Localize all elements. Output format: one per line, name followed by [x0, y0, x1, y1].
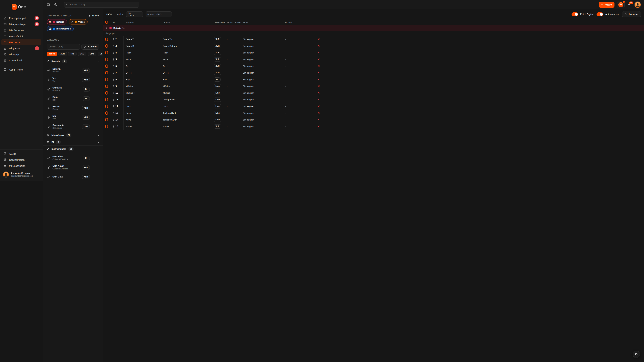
- row-fuente[interactable]: Rack: [124, 51, 161, 54]
- catalog-item-voz[interactable]: VozVozXLR: [43, 75, 103, 84]
- row-resp[interactable]: Sin asignar: [243, 112, 285, 114]
- catalog-item-md[interactable]: MDMDXLR: [43, 113, 103, 122]
- sidebar-item-mis-servicios[interactable]: Mis Servicios: [1, 27, 42, 33]
- row-fuente[interactable]: OH L: [124, 65, 161, 67]
- sidebar-item-configuraci-n[interactable]: Configuración: [1, 157, 42, 163]
- drag-handle-icon[interactable]: [112, 119, 114, 121]
- filter-chip-xlr[interactable]: XLR: [58, 52, 67, 56]
- delete-row-button[interactable]: ✕: [315, 38, 322, 41]
- drag-handle-icon[interactable]: [112, 45, 114, 47]
- connector-badge[interactable]: DI: [214, 77, 220, 82]
- catalog-item-bater-a[interactable]: BateríaBateríaXLR: [43, 66, 103, 75]
- row-patch-digital[interactable]: -: [227, 58, 243, 61]
- catalog-item-guit-ac-st[interactable]: Guit AcústGuitarra AcústicaXLR: [43, 163, 103, 172]
- delete-row-button[interactable]: ✕: [315, 44, 322, 47]
- row-resp[interactable]: Sin asignar: [243, 78, 285, 81]
- delete-row-button[interactable]: ✕: [315, 98, 322, 101]
- connector-badge[interactable]: Line: [214, 91, 221, 95]
- row-resp[interactable]: Sin asignar: [243, 125, 285, 128]
- chevron-down-icon[interactable]: [97, 141, 100, 143]
- row-checkbox[interactable]: [105, 78, 108, 81]
- row-notas[interactable]: -: [285, 71, 315, 74]
- filter-chip-di[interactable]: DI: [98, 52, 103, 56]
- chevron-up-icon[interactable]: [97, 148, 100, 150]
- connector-badge[interactable]: XLR: [214, 124, 221, 129]
- drag-handle-icon[interactable]: [112, 72, 114, 74]
- connector-badge[interactable]: XLR: [214, 51, 221, 55]
- group-chip-instrumentos[interactable]: 🎹Instrumentos: [47, 26, 74, 31]
- row-checkbox[interactable]: [105, 51, 108, 54]
- row-notas[interactable]: -: [285, 85, 315, 87]
- row-checkbox[interactable]: [105, 105, 108, 108]
- delete-row-button[interactable]: ✕: [315, 78, 322, 81]
- connector-badge[interactable]: Line: [214, 104, 221, 108]
- table-search[interactable]: [146, 11, 172, 17]
- row-device[interactable]: Música L: [161, 85, 214, 87]
- global-search[interactable]: [64, 2, 139, 7]
- view-mode-select[interactable]: Por Canal: [126, 11, 143, 17]
- drag-handle-icon[interactable]: [112, 52, 114, 54]
- filter-chip-line[interactable]: Line: [88, 52, 96, 56]
- delete-row-button[interactable]: ✕: [315, 125, 322, 128]
- connector-badge[interactable]: XLR: [214, 37, 221, 41]
- delete-row-button[interactable]: ✕: [315, 118, 322, 121]
- row-device[interactable]: Teclado/Synth: [161, 118, 214, 121]
- sidebar-item-mi-iglesia[interactable]: Mi Iglesia1: [1, 45, 42, 51]
- row-resp[interactable]: Sin asignar: [243, 118, 285, 121]
- filter-chip-trs[interactable]: TRS: [68, 52, 76, 56]
- row-checkbox[interactable]: [105, 111, 108, 115]
- sidebar-item-recursos[interactable]: Recursos: [1, 39, 42, 45]
- row-fuente[interactable]: Música L: [124, 85, 161, 87]
- catalog-item-guit-el-ct[interactable]: Guit EléctGuitarra EléctricaDI: [43, 153, 103, 163]
- row-checkbox[interactable]: [105, 64, 108, 68]
- delete-row-button[interactable]: ✕: [315, 111, 322, 114]
- catalog-item-guitarra[interactable]: GuitarraGuitarraDI: [43, 84, 103, 94]
- sidebar-item-admin-panel[interactable]: Admin Panel: [1, 66, 42, 72]
- row-patch-digital[interactable]: -: [227, 125, 243, 128]
- row-notas[interactable]: -: [285, 105, 315, 108]
- row-checkbox[interactable]: [105, 58, 108, 61]
- catalog-search-input[interactable]: [49, 45, 78, 48]
- row-fuente[interactable]: Pastor: [124, 125, 161, 128]
- delete-row-button[interactable]: ✕: [315, 58, 322, 61]
- row-device[interactable]: Pastor: [161, 125, 214, 128]
- row-device[interactable]: Perc (mono): [161, 98, 214, 101]
- drag-handle-icon[interactable]: [112, 98, 114, 101]
- drag-handle-icon[interactable]: [112, 112, 114, 114]
- row-checkbox[interactable]: [105, 125, 108, 128]
- row-notas[interactable]: -: [285, 112, 315, 114]
- connector-badge[interactable]: XLR: [214, 71, 221, 75]
- connector-badge[interactable]: XLR: [214, 57, 221, 61]
- row-checkbox[interactable]: [105, 38, 108, 41]
- connector-badge[interactable]: Line: [214, 118, 221, 122]
- drag-handle-icon[interactable]: [112, 105, 114, 107]
- custom-button[interactable]: Custom: [82, 44, 99, 50]
- connector-badge[interactable]: XLR: [214, 44, 221, 48]
- drag-handle-icon[interactable]: [112, 92, 114, 94]
- row-patch-digital[interactable]: -: [227, 78, 243, 81]
- row-fuente[interactable]: Perc: [124, 98, 161, 101]
- row-device[interactable]: OH R: [161, 71, 214, 74]
- filter-chip-usb[interactable]: USB: [78, 52, 86, 56]
- catalog-item-secuencia[interactable]: SecuenciaSecuenciaLine: [43, 122, 103, 131]
- row-patch-digital[interactable]: -: [227, 38, 243, 40]
- row-resp[interactable]: Sin asignar: [243, 98, 285, 101]
- row-checkbox[interactable]: [105, 91, 108, 94]
- connector-badge[interactable]: Line: [214, 111, 221, 115]
- group-row-bateria[interactable]: Bateria (1): [103, 25, 322, 31]
- row-fuente[interactable]: Snare B: [124, 45, 161, 47]
- row-resp[interactable]: Sin asignar: [243, 38, 285, 40]
- row-notas[interactable]: -: [285, 38, 315, 40]
- sidebar-toggle-icon[interactable]: [46, 2, 50, 7]
- sidebar-item-comunidad[interactable]: Comunidad: [1, 57, 42, 63]
- row-patch-digital[interactable]: -: [227, 105, 243, 108]
- row-notas[interactable]: -: [285, 51, 315, 54]
- row-fuente[interactable]: Snare T: [124, 38, 161, 40]
- row-fuente[interactable]: OH R: [124, 71, 161, 74]
- row-resp[interactable]: Sin asignar: [243, 71, 285, 74]
- sidebar-item-panel-principal[interactable]: Panel principal48: [1, 15, 42, 21]
- row-notas[interactable]: -: [285, 92, 315, 94]
- row-patch-digital[interactable]: -: [227, 71, 243, 74]
- delete-row-button[interactable]: ✕: [315, 91, 322, 94]
- row-checkbox[interactable]: [105, 71, 108, 74]
